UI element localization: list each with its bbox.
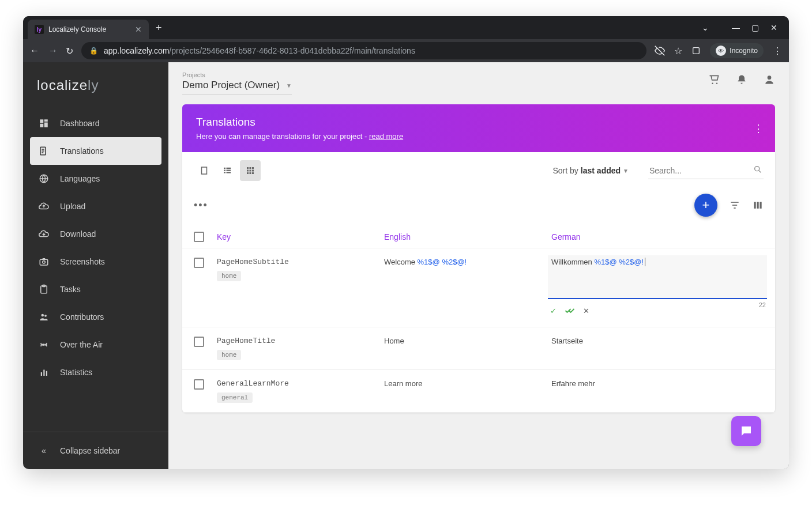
search-input[interactable] [648, 163, 764, 179]
svg-point-39 [755, 166, 760, 171]
chart-icon [38, 367, 50, 378]
tab-close-icon[interactable]: ✕ [135, 25, 142, 34]
svg-rect-26 [224, 170, 225, 171]
new-tab-button[interactable]: + [156, 22, 162, 34]
table-row: GeneralLearnMore general Learn more Erfa… [182, 370, 775, 413]
svg-rect-36 [247, 172, 249, 174]
key-tag[interactable]: home [217, 271, 241, 281]
reload-button[interactable]: ↻ [66, 46, 73, 56]
sidebar-item-label: Tasks [60, 285, 81, 294]
url-field[interactable]: 🔒 app.localizely.com/projects/2546e48f-b… [81, 42, 646, 59]
svg-point-14 [42, 314, 44, 317]
svg-point-21 [716, 82, 718, 84]
sidebar-item-screenshots[interactable]: Screenshots [30, 248, 161, 275]
row-checkbox[interactable] [194, 379, 204, 390]
notifications-icon[interactable] [736, 74, 747, 85]
cancel-icon[interactable]: ✕ [583, 307, 589, 315]
svg-rect-35 [252, 170, 254, 172]
chat-button[interactable] [731, 416, 761, 446]
read-more-link[interactable]: read more [369, 132, 403, 141]
translation-german[interactable]: Erfahre mehr [551, 379, 764, 388]
sidebar-item-tasks[interactable]: Tasks [30, 275, 161, 303]
sidebar-item-statistics[interactable]: Statistics [30, 358, 161, 386]
accept-icon[interactable]: ✓ [550, 307, 557, 315]
sort-selector[interactable]: Sort by last added ▼ [552, 166, 629, 175]
forward-button[interactable]: → [48, 46, 58, 56]
column-header-english[interactable]: English [384, 232, 551, 241]
svg-rect-44 [754, 202, 755, 209]
key-tag[interactable]: general [217, 392, 253, 403]
key-tag[interactable]: home [217, 350, 241, 360]
download-icon [38, 228, 50, 240]
antenna-icon [38, 339, 50, 350]
sidebar-item-label: Dashboard [60, 119, 100, 128]
sidebar-item-dashboard[interactable]: Dashboard [30, 110, 161, 137]
row-checkbox[interactable] [194, 258, 204, 268]
select-all-checkbox[interactable] [194, 232, 204, 242]
sidebar-item-contributors[interactable]: Contributors [30, 303, 161, 331]
chevron-down-icon[interactable]: ⌄ [702, 23, 709, 32]
collapse-icon: « [38, 445, 50, 456]
close-window-icon[interactable]: ✕ [770, 23, 777, 32]
browser-menu-icon[interactable]: ⋮ [773, 46, 782, 56]
view-grid-button[interactable] [240, 160, 261, 181]
globe-icon [38, 173, 50, 184]
svg-rect-2 [44, 119, 48, 122]
lock-icon: 🔒 [89, 47, 98, 55]
sidebar-item-upload[interactable]: Upload [30, 192, 161, 220]
banner-subtitle: Here you can manage translations for you… [196, 132, 369, 141]
filter-button[interactable] [729, 199, 740, 211]
minimize-icon[interactable]: — [732, 23, 740, 32]
translation-english[interactable]: Home [384, 337, 551, 345]
incognito-icon: 👁 [716, 46, 726, 56]
svg-point-20 [712, 82, 713, 84]
column-header-german[interactable]: German [551, 232, 764, 241]
translation-german[interactable]: Startseite [551, 337, 764, 345]
translation-key[interactable]: PageHomeTitle [217, 337, 384, 345]
sidebar-item-translations[interactable]: Translations [30, 137, 161, 165]
svg-rect-24 [224, 168, 225, 169]
translation-key[interactable]: GeneralLearnMore [217, 379, 384, 388]
view-single-button[interactable] [194, 160, 215, 181]
svg-rect-28 [224, 172, 225, 173]
incognito-badge[interactable]: 👁 Incognito [710, 43, 764, 58]
sidebar-item-languages[interactable]: Languages [30, 165, 161, 192]
sidebar-item-label: Translations [60, 146, 104, 156]
columns-button[interactable] [752, 199, 764, 211]
svg-rect-31 [250, 167, 251, 169]
search-icon[interactable] [753, 165, 762, 174]
sidebar-item-download[interactable]: Download [30, 220, 161, 248]
svg-rect-27 [227, 170, 231, 171]
more-actions-button[interactable]: ••• [194, 199, 208, 212]
project-selector[interactable]: Projects Demo Project (Owner) ▼ [182, 71, 292, 95]
maximize-icon[interactable]: ▢ [751, 23, 759, 32]
bookmark-star-icon[interactable]: ☆ [674, 46, 682, 56]
upload-icon [38, 201, 50, 212]
cart-icon[interactable] [708, 74, 720, 85]
column-header-key[interactable]: Key [217, 232, 384, 241]
row-checkbox[interactable] [194, 337, 204, 347]
browser-tab[interactable]: ly Localizely Console ✕ [28, 20, 149, 39]
table-row: PageHomeSubtitle home Welcome %1$@ %2$@!… [182, 248, 775, 327]
svg-rect-17 [41, 372, 42, 376]
add-translation-button[interactable]: + [694, 194, 717, 217]
svg-rect-18 [43, 370, 44, 376]
logo: localizely [23, 62, 168, 105]
banner-menu-icon[interactable]: ⋮ [753, 122, 764, 135]
back-button[interactable]: ← [30, 46, 39, 56]
view-list-button[interactable] [217, 160, 238, 181]
sidebar-item-ota[interactable]: Over the Air [30, 331, 161, 358]
account-icon[interactable] [764, 74, 775, 85]
eye-off-icon[interactable] [655, 46, 665, 56]
extensions-icon[interactable] [691, 46, 701, 55]
svg-point-16 [43, 344, 44, 345]
svg-rect-10 [40, 259, 48, 265]
translation-english[interactable]: Welcome %1$@ %2$@! [384, 258, 551, 266]
accept-all-icon[interactable] [565, 307, 575, 315]
translation-english[interactable]: Learn more [384, 379, 551, 388]
translation-key[interactable]: PageHomeSubtitle [217, 258, 384, 266]
collapse-sidebar-button[interactable]: « Collapse sidebar [30, 437, 161, 465]
translation-german-editor[interactable]: Willkommen %1$@ %2$@! 22 ✓ ✕ [548, 255, 767, 299]
tab-title: Localizely Console [48, 25, 106, 33]
projects-label: Projects [182, 71, 292, 78]
